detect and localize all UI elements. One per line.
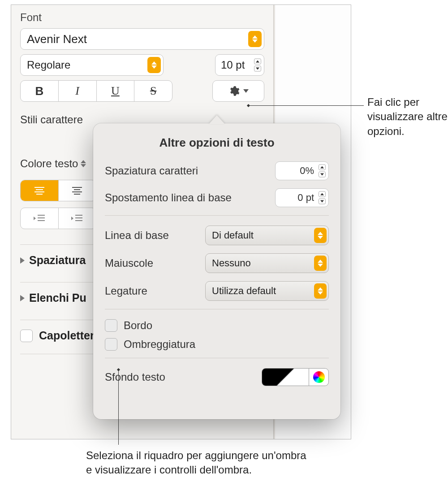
shadow-checkbox[interactable]: [105, 338, 117, 351]
chevron-down-icon: [81, 164, 86, 167]
char-spacing-value: 0%: [281, 165, 314, 177]
text-color-label: Colore testo: [20, 157, 78, 170]
char-spacing-row: Spaziatura caratteri 0%: [105, 161, 329, 180]
indent-icon: [71, 214, 83, 223]
baseline-value: Di default: [212, 230, 254, 241]
baseline-shift-stepper[interactable]: 0 pt: [275, 188, 329, 207]
advanced-options-button[interactable]: [212, 80, 264, 102]
font-section-label: Font: [20, 11, 264, 24]
baseline-shift-value: 0 pt: [281, 192, 314, 204]
stepper-buttons[interactable]: [254, 59, 261, 72]
color-picker-button[interactable]: [309, 368, 329, 386]
dropcap-checkbox[interactable]: [20, 330, 33, 342]
font-family-value: Avenir Next: [27, 32, 87, 46]
callout-leader-line: [247, 105, 364, 106]
font-family-select[interactable]: Avenir Next: [20, 28, 264, 50]
italic-button[interactable]: I: [59, 81, 97, 101]
font-style-select[interactable]: Regolare: [20, 54, 164, 76]
outline-label: Bordo: [124, 319, 152, 332]
indent-segmented: [20, 208, 96, 229]
decrease-indent-button[interactable]: [21, 208, 59, 229]
align-center-icon: [72, 187, 82, 195]
disclosure-triangle-icon: [20, 295, 25, 301]
advanced-text-options-popover: Altre opzioni di testo Spaziatura caratt…: [93, 123, 340, 419]
outdent-icon: [33, 214, 46, 223]
ligatures-select[interactable]: Utilizza default: [205, 281, 329, 301]
caps-label: Maiuscole: [105, 257, 153, 269]
dropcap-label: Capoletter: [39, 329, 95, 342]
underline-button[interactable]: U: [97, 81, 135, 101]
increase-indent-button[interactable]: [59, 208, 96, 229]
chevron-up-icon: [81, 160, 86, 163]
disclosure-triangle-icon: [20, 257, 25, 264]
strikethrough-button[interactable]: S: [134, 81, 172, 101]
align-left-button[interactable]: [21, 180, 59, 201]
font-size-value: 10 pt: [221, 59, 245, 71]
color-swatch[interactable]: [262, 368, 309, 386]
outline-check-row: Bordo: [105, 319, 329, 332]
caps-value: Nessuno: [212, 257, 251, 269]
baseline-label: Linea di base: [105, 229, 169, 242]
bold-button[interactable]: B: [21, 81, 59, 101]
text-bg-color-well: [262, 368, 329, 386]
baseline-select[interactable]: Di default: [205, 226, 329, 245]
text-bg-label: Sfondo testo: [105, 371, 165, 383]
baseline-shift-label: Spostamento linea di base: [105, 191, 232, 204]
alignment-segmented: [20, 180, 96, 201]
baseline-shift-row: Spostamento linea di base 0 pt: [105, 188, 329, 207]
font-style-value: Regolare: [27, 59, 70, 71]
baseline-row: Linea di base Di default: [105, 226, 329, 245]
char-spacing-stepper[interactable]: 0%: [275, 161, 329, 180]
chevron-up-down-icon: [314, 228, 327, 243]
char-spacing-label: Spaziatura caratteri: [105, 165, 198, 177]
chevron-up-down-icon: [147, 57, 161, 73]
outline-checkbox[interactable]: [105, 319, 117, 332]
caps-row: Maiuscole Nessuno: [105, 253, 329, 273]
font-size-stepper[interactable]: 10 pt: [215, 54, 264, 76]
stepper-buttons[interactable]: [319, 191, 326, 204]
chevron-up-down-icon: [248, 31, 262, 47]
callout-shadow-checkbox: Seleziona il riquadro per aggiungere un'…: [86, 448, 310, 478]
chevron-up-down-icon: [314, 283, 327, 299]
stepper-buttons[interactable]: [319, 165, 326, 178]
text-style-segmented: B I U S: [20, 80, 172, 102]
ligatures-row: Legature Utilizza default: [105, 281, 329, 301]
shadow-check-row: Ombreggiatura: [105, 338, 329, 351]
gear-icon: [228, 85, 240, 97]
ligatures-label: Legature: [105, 285, 147, 297]
spacing-label: Spaziatura: [29, 254, 86, 267]
caps-select[interactable]: Nessuno: [205, 253, 329, 273]
callout-leader-line: [118, 369, 119, 445]
text-bg-row: Sfondo testo: [105, 368, 329, 386]
align-center-button[interactable]: [59, 180, 96, 201]
lists-label: Elenchi Pu: [29, 291, 86, 304]
ligatures-value: Utilizza default: [212, 285, 276, 297]
color-wheel-icon: [313, 371, 325, 383]
callout-advanced-options: Fai clic per visualizzare altre opzioni.: [367, 95, 448, 139]
shadow-label: Ombreggiatura: [124, 338, 195, 351]
chevron-down-icon: [243, 89, 249, 93]
popover-title: Altre opzioni di testo: [105, 136, 329, 150]
align-left-icon: [34, 187, 44, 195]
chevron-up-down-icon: [314, 256, 327, 271]
